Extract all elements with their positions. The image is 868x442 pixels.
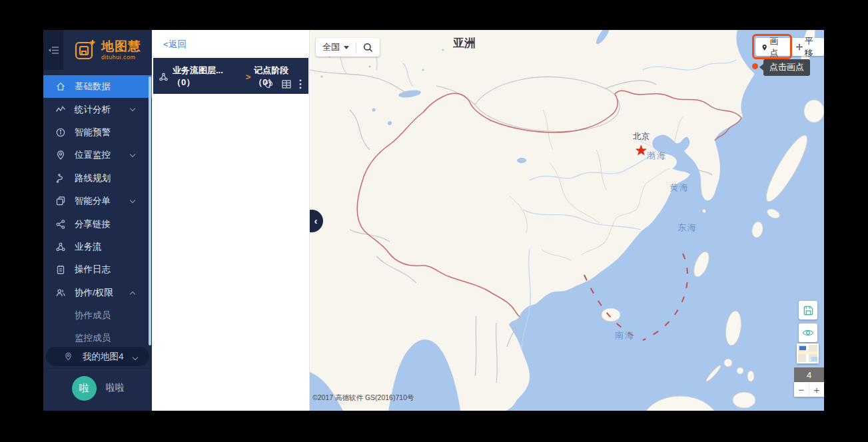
sidebar-header: 地图慧 dituhui.com xyxy=(43,30,152,70)
layer-card[interactable]: 业务流图层...（0） > 记点阶段（0） xyxy=(153,58,308,94)
chevron-down-icon xyxy=(130,198,135,203)
chevron-down-icon xyxy=(130,106,135,111)
sidebar-item-smart-dispatch[interactable]: 智能分单 xyxy=(43,190,152,212)
minimap-toggle[interactable] xyxy=(797,343,819,363)
user-name: 啦啦 xyxy=(106,382,125,394)
sidebar-item-business-flow[interactable]: 业务流 xyxy=(43,236,152,258)
layer-title: 业务流图层...（0） xyxy=(173,65,242,89)
sidebar-item-label: 协作成员 xyxy=(75,310,111,322)
save-icon xyxy=(803,305,814,316)
avatar[interactable]: 啦 xyxy=(72,376,97,401)
sidebar-item-label: 路线规划 xyxy=(75,172,111,184)
draw-point-tooltip: 点击画点 xyxy=(763,59,810,76)
my-map-selector[interactable]: 我的地图4 xyxy=(46,347,149,366)
sidebar-item-label: 智能预警 xyxy=(75,126,111,138)
beijing-star-marker: ★ xyxy=(635,143,648,157)
sidebar-item-collaboration[interactable]: 协作/权限 xyxy=(43,282,152,304)
save-map-button[interactable] xyxy=(799,301,817,320)
pin-icon xyxy=(55,150,66,160)
eye-icon xyxy=(802,328,814,337)
chevron-left-icon: ‹ xyxy=(314,216,318,226)
chevron-up-icon xyxy=(130,291,135,296)
table-icon[interactable] xyxy=(282,80,291,89)
sidebar-item-location-monitor[interactable]: 位置监控 xyxy=(43,144,152,166)
sidebar-menu: 基础数据 统计分析 智能预警 位置监控 路线规划 智能 xyxy=(43,75,152,350)
style-palette-icon[interactable] xyxy=(264,79,274,89)
back-link[interactable]: <返回 xyxy=(163,39,187,51)
chart-icon xyxy=(55,105,66,115)
sidebar-item-share-link[interactable]: 分享链接 xyxy=(43,212,152,235)
zoom-out-button[interactable]: − xyxy=(794,382,809,397)
chevron-down-icon xyxy=(130,152,135,157)
region-selector: 全国 xyxy=(316,38,380,57)
caret-down-icon[interactable] xyxy=(344,46,349,49)
sidebar-item-statistics[interactable]: 统计分析 xyxy=(43,98,152,120)
log-icon xyxy=(55,264,66,275)
zoom-controls: − + xyxy=(794,382,824,397)
info-icon xyxy=(55,127,66,138)
map-area: 亚洲 北京 ★ 渤海 黄海 东海 南海 全国 ‹ 画点 xyxy=(310,30,824,411)
logo-icon xyxy=(74,39,97,61)
map-canvas[interactable] xyxy=(310,30,824,411)
zoom-level-badge: 4 xyxy=(794,367,824,382)
sidebar-item-operation-log[interactable]: 操作日志 xyxy=(43,258,152,281)
sidebar-item-label: 统计分析 xyxy=(75,104,111,116)
map-copyright: ©2017 高德软件 GS(2016)710号 xyxy=(312,393,414,403)
cursor-dot xyxy=(752,63,758,69)
share-icon xyxy=(55,219,66,230)
sidebar-item-label: 监控成员 xyxy=(75,332,111,344)
draw-point-button[interactable]: 画点 xyxy=(755,38,789,56)
route-icon xyxy=(55,173,66,184)
draw-point-label: 画点 xyxy=(769,35,783,59)
panel-divider xyxy=(152,57,309,57)
search-icon[interactable] xyxy=(363,43,373,53)
flow-icon xyxy=(55,242,66,252)
map-pin-icon xyxy=(63,351,73,361)
map-toolbar: 画点 平移 xyxy=(755,38,824,56)
sidebar: 地图慧 dituhui.com 基础数据 统计分析 智能预警 位置监控 xyxy=(43,30,152,411)
sidebar-item-route-planning[interactable]: 路线规划 xyxy=(43,167,152,190)
user-area: 啦 啦啦 xyxy=(43,368,152,407)
sidebar-item-smart-alert[interactable]: 智能预警 xyxy=(43,121,152,144)
sidebar-item-label: 协作/权限 xyxy=(75,287,113,299)
layer-panel: <返回 业务流图层...（0） > 记点阶段（0） xyxy=(152,30,310,411)
zoom-in-button[interactable]: + xyxy=(809,382,824,397)
pin-icon xyxy=(761,43,767,52)
sidebar-item-collab-members[interactable]: 协作成员 xyxy=(43,304,152,327)
sidebar-scrollbar[interactable] xyxy=(149,77,151,345)
my-map-label: 我的地图4 xyxy=(83,351,124,363)
chevron-down-icon xyxy=(133,355,138,360)
more-menu-icon[interactable] xyxy=(299,79,302,89)
region-selector-value[interactable]: 全国 xyxy=(322,41,340,53)
flow-icon xyxy=(159,72,169,82)
collapse-icon xyxy=(48,46,59,55)
pan-button[interactable]: 平移 xyxy=(790,38,825,56)
people-icon xyxy=(55,288,66,298)
sidebar-item-label: 智能分单 xyxy=(75,195,111,207)
sidebar-item-label: 业务流 xyxy=(75,241,102,253)
logo-domain: dituhui.com xyxy=(101,55,141,61)
move-icon xyxy=(796,43,803,51)
pan-label: 平移 xyxy=(805,35,818,59)
app-logo[interactable]: 地图慧 dituhui.com xyxy=(63,30,152,70)
sidebar-item-label: 分享链接 xyxy=(75,218,111,230)
home-icon xyxy=(55,81,66,92)
copy-icon xyxy=(55,196,66,206)
sidebar-item-label: 基础数据 xyxy=(75,81,111,93)
breadcrumb-separator: > xyxy=(246,72,251,82)
visibility-button[interactable] xyxy=(799,324,817,342)
logo-title: 地图慧 xyxy=(101,40,141,53)
sidebar-item-label: 操作日志 xyxy=(75,264,111,276)
sidebar-item-basic-data[interactable]: 基础数据 xyxy=(43,75,152,98)
app-window: 地图慧 dituhui.com 基础数据 统计分析 智能预警 位置监控 xyxy=(43,30,824,411)
sidebar-collapse-button[interactable] xyxy=(43,30,63,70)
sidebar-item-label: 位置监控 xyxy=(75,149,111,161)
